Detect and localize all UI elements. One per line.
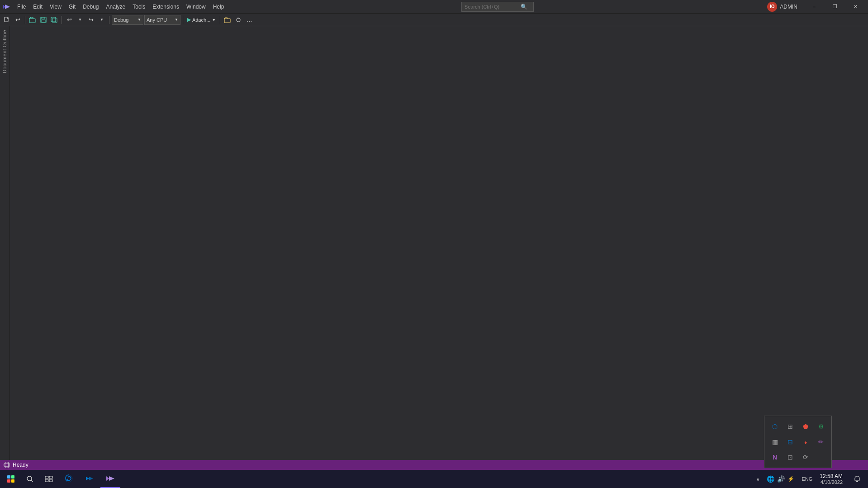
solution-config-dropdown[interactable]: Debug ▼ [112,15,143,25]
task-view-button[interactable] [40,470,58,488]
avatar: IO [767,2,777,12]
document-outline-label: Document Outline [1,30,8,73]
security-tray-icon[interactable]: ⬧ [799,435,812,449]
minimize-button[interactable]: − [804,0,825,14]
title-bar-left: File Edit View Git Debug Analyze Tools E… [2,2,228,12]
menu-tools[interactable]: Tools [129,2,149,12]
status-ready: Ready [13,462,28,468]
close-button[interactable]: ✕ [845,0,866,14]
solution-config-arrow: ▼ [138,18,141,22]
solution-config-label: Debug [114,17,128,23]
save-all-button[interactable] [49,15,59,25]
redo-dropdown[interactable]: ▼ [97,15,107,25]
start-button[interactable] [2,470,20,488]
open-folder-button[interactable] [223,15,232,25]
vs-logo [2,2,11,11]
menu-view[interactable]: View [46,2,65,12]
network-tray-icon[interactable]: ⊞ [783,420,797,433]
svg-rect-10 [5,463,9,467]
attach-button[interactable]: ▶ Attach... ▼ [185,15,218,25]
empty-tray-slot [814,450,828,464]
undo-btn[interactable]: ↩ [64,15,74,25]
undo-button[interactable]: ↩ [13,15,23,25]
svg-rect-4 [42,20,45,22]
settings-tray-icon[interactable]: ⚙ [814,420,828,433]
attach-dropdown-icon: ▼ [212,18,216,22]
platform-config-dropdown[interactable]: Any CPU ▼ [144,15,180,25]
main-area: Document Outline [0,26,868,478]
separator-2 [62,16,62,24]
svg-rect-9 [237,18,239,19]
svg-rect-13 [7,479,10,483]
status-bar: Ready [0,460,868,470]
taskbar-edge-icon[interactable] [59,470,79,488]
svg-rect-1 [29,19,35,23]
menu-bar: File Edit View Git Debug Analyze Tools E… [14,2,228,12]
onenote-tray-icon[interactable]: N [768,450,782,464]
taskbar-right: ∧ 🌐 🔊 ⚡ ENG 12:58 AM 4/10/2022 [754,470,866,488]
menu-debug[interactable]: Debug [79,2,102,12]
taskbar-vs-icon[interactable] [100,470,120,488]
search-icon: 🔍 [521,4,527,10]
system-tray: 🌐 🔊 ⚡ [763,475,798,483]
attach-play-icon: ▶ [187,17,191,23]
clock-time: 12:58 AM [820,473,843,479]
properties-button[interactable] [233,15,243,25]
document-outline-panel: Document Outline [0,26,10,478]
title-bar: File Edit View Git Debug Analyze Tools E… [0,0,868,14]
search-taskbar-button[interactable] [21,470,39,488]
notification-button[interactable] [848,470,866,488]
menu-edit[interactable]: Edit [29,2,46,12]
bluetooth-tray-icon[interactable]: ⬡ [768,420,782,433]
taskbar-clock[interactable]: 12:58 AM 4/10/2022 [816,473,846,485]
pen-tray-icon[interactable]: ✏ [814,435,828,449]
sys-tray-popup: ⬡ ⊞ ⬟ ⚙ ▥ ⊟ ⬧ ✏ N ⊡ ⟳ [764,416,832,468]
volume-icon[interactable]: 🔊 [777,475,785,483]
taskbar-vscode-icon[interactable] [80,470,100,488]
display-tray-icon[interactable]: ▥ [768,435,782,449]
sync-tray-icon[interactable]: ⟳ [799,450,812,464]
svg-point-8 [237,18,240,22]
clock-date: 4/10/2022 [821,479,843,485]
toolbar: ↩ ↩ ▼ ↪ ▼ Debug ▼ Any CPU ▼ ▶ Attac [0,14,868,26]
menu-help[interactable]: Help [209,2,228,12]
separator-3 [109,16,109,24]
battery-icon[interactable]: ⚡ [787,476,794,482]
antivirus-tray-icon[interactable]: ⬟ [799,420,812,433]
search-input[interactable] [465,4,519,9]
open-project-button[interactable] [28,15,38,25]
taskbar: ∧ 🌐 🔊 ⚡ ENG 12:58 AM 4/10/2022 [0,470,868,488]
redo-btn[interactable]: ↪ [86,15,96,25]
extra-button[interactable]: … [244,15,254,25]
svg-rect-17 [45,476,48,479]
svg-rect-20 [49,479,52,482]
undo-dropdown[interactable]: ▼ [75,15,85,25]
user-name: ADMIN [780,4,797,10]
editor-area[interactable] [10,26,868,478]
status-icon [4,462,10,468]
separator-4 [183,16,183,24]
new-project-button[interactable] [2,15,12,25]
menu-window[interactable]: Window [183,2,209,12]
meet-tray-icon[interactable]: ⊟ [783,435,797,449]
svg-rect-12 [11,475,14,479]
screen-tray-icon[interactable]: ⊡ [783,450,797,464]
title-bar-right: IO ADMIN − ❐ ✕ [767,0,866,14]
separator-5 [220,16,220,24]
svg-rect-0 [5,17,8,22]
menu-extensions[interactable]: Extensions [149,2,183,12]
platform-config-arrow: ▼ [175,18,178,22]
svg-rect-11 [7,475,10,479]
restore-button[interactable]: ❐ [825,0,845,14]
system-tray-expand[interactable]: ∧ [754,477,761,482]
menu-file[interactable]: File [14,2,29,12]
network-taskbar-icon[interactable]: 🌐 [767,475,774,483]
save-button[interactable] [38,15,48,25]
search-box[interactable]: 🔍 [461,2,534,12]
menu-analyze[interactable]: Analyze [103,2,129,12]
svg-rect-7 [224,19,230,23]
separator-1 [25,16,25,24]
language-indicator[interactable]: ENG [800,476,814,482]
menu-git[interactable]: Git [65,2,79,12]
svg-rect-19 [45,479,48,482]
